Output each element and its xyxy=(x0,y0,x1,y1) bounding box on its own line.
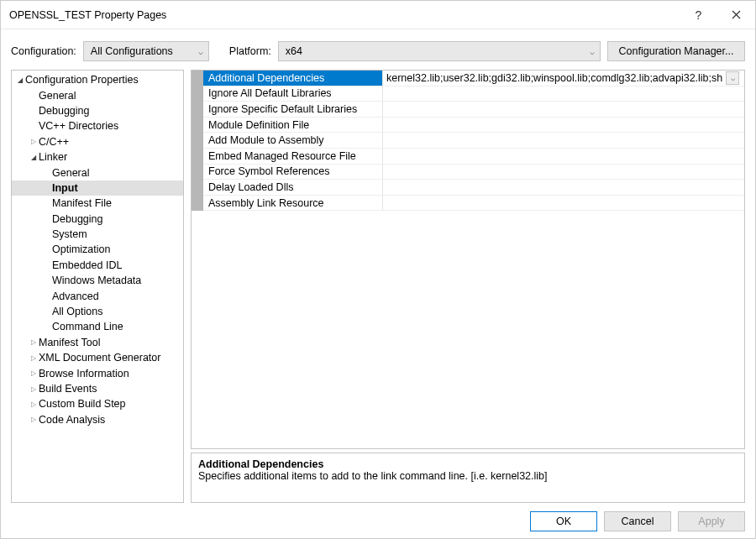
tree-item[interactable]: ▷XML Document Generator xyxy=(12,350,183,365)
tree-expand-icon[interactable]: ▷ xyxy=(29,338,39,346)
platform-dropdown[interactable]: x64 ⌵ xyxy=(278,41,601,61)
tree-item-label: Code Analysis xyxy=(39,414,105,426)
footer: OK Cancel Apply xyxy=(1,508,755,538)
property-value-text: kernel32.lib;user32.lib;gdi32.lib;winspo… xyxy=(386,72,722,84)
property-value[interactable] xyxy=(383,180,744,195)
tree-item[interactable]: Command Line xyxy=(12,319,183,334)
tree-item-label: Manifest File xyxy=(52,197,112,209)
tree-item[interactable]: ▷Code Analysis xyxy=(12,412,183,427)
property-row[interactable]: Module Definition File xyxy=(203,118,744,133)
cancel-button[interactable]: Cancel xyxy=(604,511,671,531)
tree-item-label: C/C++ xyxy=(39,136,69,148)
tree-item-label: General xyxy=(52,167,89,179)
property-name: Delay Loaded Dlls xyxy=(203,180,383,195)
window-title: OPENSSL_TEST Property Pages xyxy=(9,9,680,21)
titlebar: OPENSSL_TEST Property Pages ? xyxy=(1,1,755,29)
body: ◢Configuration PropertiesGeneralDebuggin… xyxy=(1,70,755,508)
property-row[interactable]: Embed Managed Resource File xyxy=(203,149,744,165)
property-value[interactable] xyxy=(383,149,744,164)
property-name: Additional Dependencies xyxy=(203,71,383,86)
tree-item[interactable]: General xyxy=(12,165,183,180)
property-row[interactable]: Additional Dependencieskernel32.lib;user… xyxy=(203,71,744,86)
close-button[interactable] xyxy=(717,1,755,29)
grid-fill xyxy=(192,211,744,448)
property-row[interactable]: Force Symbol References xyxy=(203,165,744,181)
help-button[interactable]: ? xyxy=(680,1,717,29)
tree-item[interactable]: Manifest File xyxy=(12,196,183,211)
tree-item-label: Build Events xyxy=(39,383,97,395)
tree-item-label: Command Line xyxy=(52,321,123,332)
tree-item-label: Windows Metadata xyxy=(52,275,141,286)
property-value[interactable] xyxy=(383,86,744,102)
apply-button[interactable]: Apply xyxy=(678,511,745,531)
property-value[interactable] xyxy=(383,196,744,211)
tree-expand-icon[interactable]: ▷ xyxy=(29,400,39,408)
tree-item-label: Configuration Properties xyxy=(25,74,139,86)
configuration-manager-label: Configuration Manager... xyxy=(619,45,734,57)
description-title: Additional Dependencies xyxy=(198,458,738,470)
tree-item-label: Debugging xyxy=(39,105,89,117)
close-icon xyxy=(732,10,741,19)
property-pages-window: OPENSSL_TEST Property Pages ? Configurat… xyxy=(0,0,756,539)
property-row[interactable]: Delay Loaded Dlls xyxy=(203,180,744,196)
tree-item[interactable]: Debugging xyxy=(12,212,183,227)
configuration-label: Configuration: xyxy=(11,45,76,57)
tree-expand-icon[interactable]: ▷ xyxy=(29,138,39,145)
apply-label: Apply xyxy=(698,515,724,527)
right-panel: Additional Dependencieskernel32.lib;user… xyxy=(191,70,745,503)
tree-item[interactable]: All Options xyxy=(12,304,183,319)
tree-item[interactable]: General xyxy=(12,87,183,102)
tree-item[interactable]: ▷C/C++ xyxy=(12,134,183,149)
tree-item[interactable]: ◢Linker xyxy=(12,149,183,165)
chevron-down-icon: ⌵ xyxy=(198,47,203,56)
tree-expand-icon[interactable]: ▷ xyxy=(29,385,39,393)
config-tree[interactable]: ◢Configuration PropertiesGeneralDebuggin… xyxy=(11,70,184,503)
tree-item[interactable]: Input xyxy=(12,181,183,196)
property-row[interactable]: Add Module to Assembly xyxy=(203,133,744,149)
tree-item-label: Embedded IDL xyxy=(52,259,122,271)
tree-item[interactable]: ▷Browse Information xyxy=(12,365,183,380)
tree-item-label: Browse Information xyxy=(39,368,129,379)
property-value[interactable] xyxy=(383,165,744,180)
configuration-dropdown[interactable]: All Configurations ⌵ xyxy=(83,41,209,61)
cancel-label: Cancel xyxy=(622,515,654,527)
tree-item[interactable]: System xyxy=(12,227,183,242)
tree-item[interactable]: ▷Custom Build Step xyxy=(12,396,183,411)
property-dropdown-button[interactable]: ⌵ xyxy=(726,71,739,85)
property-name: Module Definition File xyxy=(203,118,383,133)
property-row[interactable]: Ignore Specific Default Libraries xyxy=(203,102,744,118)
tree-item-label: System xyxy=(52,228,87,240)
tree-item[interactable]: ▷Manifest Tool xyxy=(12,335,183,350)
tree-item[interactable]: ◢Configuration Properties xyxy=(12,72,183,87)
property-value[interactable] xyxy=(383,118,744,133)
property-row[interactable]: Ignore All Default Libraries xyxy=(203,86,744,102)
configuration-value: All Configurations xyxy=(91,45,173,57)
property-row[interactable]: Assembly Link Resource xyxy=(203,196,744,212)
description-panel: Additional Dependencies Specifies additi… xyxy=(191,453,745,503)
tree-item[interactable]: Advanced xyxy=(12,288,183,303)
tree-item[interactable]: Optimization xyxy=(12,242,183,257)
tree-expand-icon[interactable]: ▷ xyxy=(29,369,39,377)
platform-value: x64 xyxy=(286,45,302,57)
platform-label: Platform: xyxy=(229,45,271,57)
property-value[interactable] xyxy=(383,102,744,117)
tree-item[interactable]: Embedded IDL xyxy=(12,258,183,273)
tree-item[interactable]: Windows Metadata xyxy=(12,273,183,288)
ok-button[interactable]: OK xyxy=(530,511,597,531)
tree-item-label: VC++ Directories xyxy=(39,120,118,132)
tree-item[interactable]: VC++ Directories xyxy=(12,118,183,133)
tree-collapse-icon[interactable]: ◢ xyxy=(15,76,25,84)
tree-expand-icon[interactable]: ▷ xyxy=(29,416,39,423)
tree-expand-icon[interactable]: ▷ xyxy=(29,354,39,362)
tree-item[interactable]: ▷Build Events xyxy=(12,381,183,396)
configuration-manager-button[interactable]: Configuration Manager... xyxy=(607,41,745,61)
property-name: Ignore Specific Default Libraries xyxy=(203,102,383,117)
property-value[interactable]: kernel32.lib;user32.lib;gdi32.lib;winspo… xyxy=(383,71,744,86)
tree-item-label: Optimization xyxy=(52,243,110,255)
property-value[interactable] xyxy=(383,133,744,148)
property-name: Ignore All Default Libraries xyxy=(203,86,383,102)
tree-item[interactable]: Debugging xyxy=(12,103,183,118)
property-grid-rows: Additional Dependencieskernel32.lib;user… xyxy=(192,71,744,211)
tree-item-label: Custom Build Step xyxy=(39,398,126,410)
tree-collapse-icon[interactable]: ◢ xyxy=(29,154,39,161)
